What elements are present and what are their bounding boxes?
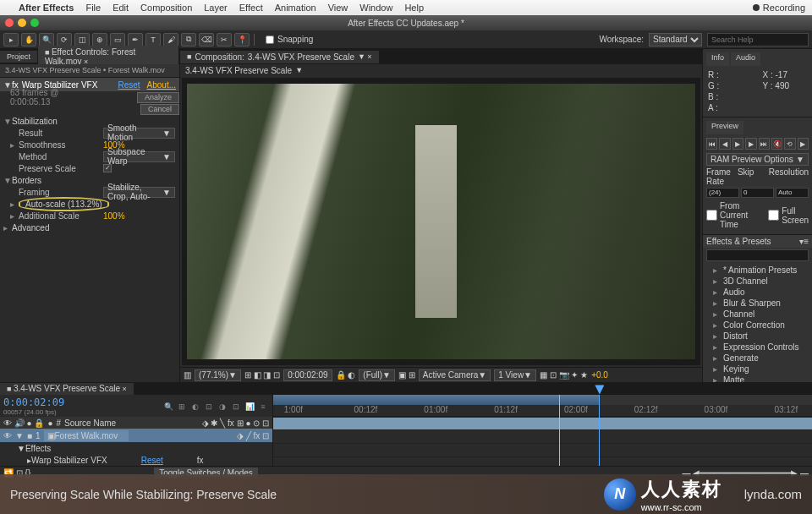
app-menu[interactable]: After Effects [19, 3, 74, 13]
video-frame [187, 84, 695, 359]
menu-composition[interactable]: Composition [140, 3, 192, 13]
exposure-value[interactable]: +0.0 [591, 370, 608, 380]
result-dropdown[interactable]: Smooth Motion▼ [103, 128, 175, 139]
preset-category[interactable]: ▸Keying [703, 364, 812, 375]
last-frame-button[interactable]: ⏭ [759, 138, 770, 150]
preset-category[interactable]: ▸Generate [703, 353, 812, 364]
prev-frame-button[interactable]: ◀ [719, 138, 730, 150]
work-area-marker[interactable] [559, 395, 560, 466]
effect-row[interactable]: ▸Warp Stabilizer VFXResetfx [0, 454, 272, 466]
traffic-lights[interactable] [5, 19, 39, 27]
layer-row[interactable]: 👁▼■1 ▣ Forest Walk.mov ⬗ ╱ fx ⊡ [0, 429, 272, 442]
play-button[interactable]: ▶ [732, 138, 743, 150]
layer-bar[interactable] [273, 418, 812, 429]
camera-tool[interactable]: ◫ [74, 33, 90, 46]
resolution-input[interactable]: Auto [776, 188, 809, 198]
info-tab[interactable]: Info [706, 52, 729, 66]
timeline-search-icons[interactable]: 🔍⊞◐⊡◑⊡📊≡ [162, 401, 269, 413]
next-frame-button[interactable]: ▶ [745, 138, 756, 150]
time-ruler[interactable]: 1:00f 00:12f 01:00f 01:12f 02:00f 02:12f… [273, 405, 812, 417]
text-tool[interactable]: T [145, 33, 161, 46]
ram-preview-button[interactable]: ▶ [798, 138, 809, 150]
analyze-button[interactable]: Analyze [137, 92, 179, 103]
mute-button[interactable]: 🔇 [771, 138, 782, 150]
eraser-tool[interactable]: ⌫ [199, 33, 214, 46]
preview-panel: Preview ⏮ ◀ ▶ ▶ ⏭ 🔇 ⟲ ▶ RAM Preview Opti… [703, 118, 812, 235]
menu-file[interactable]: File [85, 3, 101, 13]
audio-tab[interactable]: Audio [731, 52, 760, 66]
camera-dropdown[interactable]: Active Camera ▼ [419, 369, 491, 381]
search-help-input[interactable] [707, 33, 809, 46]
roto-tool[interactable]: ✂ [217, 33, 232, 46]
effects-search-input[interactable] [706, 249, 809, 261]
framerate-input[interactable]: (24) [706, 188, 739, 198]
tutorial-title: Preserving Scale While Stabilizing: Pres… [10, 488, 277, 501]
preset-category[interactable]: ▸Matte [703, 375, 812, 382]
preset-category[interactable]: ▸* Animation Presets [703, 265, 812, 276]
preset-category[interactable]: ▸Distort [703, 331, 812, 342]
effect-reset-link[interactable]: Reset [118, 80, 140, 90]
workspace-select[interactable]: Standard [649, 33, 702, 46]
autoscale-highlighted[interactable]: Auto-scale (113.2%) [19, 197, 109, 211]
snapping-checkbox[interactable] [266, 36, 274, 44]
recording-indicator: Recording [753, 3, 805, 13]
skip-input[interactable]: 0 [741, 188, 774, 198]
menu-view[interactable]: View [328, 3, 348, 13]
menu-layer[interactable]: Layer [204, 3, 228, 13]
clone-tool[interactable]: ⧉ [181, 33, 196, 46]
preset-category[interactable]: ▸3D Channel [703, 276, 812, 287]
zoom-tool[interactable]: 🔍 [39, 33, 54, 46]
timeline-reset-link[interactable]: Reset [141, 456, 163, 465]
window-titlebar: After Effects CC Updates.aep * [0, 15, 812, 30]
first-frame-button[interactable]: ⏮ [706, 138, 717, 150]
layer-name[interactable]: ▣ Forest Walk.mov [44, 430, 129, 441]
pen-tool[interactable]: ✒ [128, 33, 143, 46]
advanced-section[interactable]: ▸Advanced [0, 221, 179, 233]
effects-presets-tab[interactable]: Effects & Presets [706, 237, 771, 246]
preserve-scale-checkbox[interactable] [103, 164, 112, 172]
preset-category[interactable]: ▸Blur & Sharpen [703, 298, 812, 309]
additional-scale-value[interactable]: 100% [103, 211, 125, 221]
shape-tool[interactable]: ▭ [110, 33, 125, 46]
ram-preview-options[interactable]: RAM Preview Options▼ [706, 153, 809, 166]
menu-effect[interactable]: Effect [239, 3, 263, 13]
workspace-label: Workspace: [599, 35, 644, 44]
snapping-toggle[interactable]: Snapping [266, 35, 313, 44]
pan-behind-tool[interactable]: ⊕ [92, 33, 107, 46]
project-tab[interactable]: Project [0, 51, 38, 63]
puppet-tool[interactable]: 📍 [234, 33, 250, 46]
effects-twirl[interactable]: ▼Effects [0, 442, 272, 454]
loop-button[interactable]: ⟲ [784, 138, 795, 150]
window-title: After Effects CC Updates.aep * [348, 19, 464, 28]
composition-tab[interactable]: ■ Composition: 3.4-WS VFX Preserve Scale… [180, 51, 379, 63]
menu-help[interactable]: Help [404, 3, 424, 13]
preset-category[interactable]: ▸Channel [703, 309, 812, 320]
rotate-tool[interactable]: ⟳ [57, 33, 72, 46]
hand-tool[interactable]: ✋ [21, 33, 36, 46]
timeline-tracks[interactable]: 1:00f 00:12f 01:00f 01:12f 02:00f 02:12f… [273, 395, 812, 466]
time-display[interactable]: 0:00:02:09 [283, 369, 332, 381]
mac-menubar: After Effects File Edit Composition Laye… [0, 0, 812, 15]
timeline-tab[interactable]: ■ 3.4-WS VFX Preserve Scale × [0, 383, 134, 395]
effect-about-link[interactable]: About... [147, 80, 176, 90]
full-screen-checkbox[interactable] [768, 210, 779, 221]
method-dropdown[interactable]: Subspace Warp▼ [103, 151, 175, 162]
from-current-checkbox[interactable] [706, 210, 717, 221]
playhead[interactable] [599, 395, 600, 466]
composition-viewer[interactable] [182, 78, 700, 365]
menu-window[interactable]: Window [359, 3, 392, 13]
menu-animation[interactable]: Animation [275, 3, 316, 13]
menu-edit[interactable]: Edit [112, 3, 129, 13]
view-dropdown[interactable]: 1 View ▼ [494, 369, 536, 381]
framing-dropdown[interactable]: Stabilize, Crop, Auto-▼ [103, 187, 175, 198]
selection-tool[interactable]: ▸ [3, 33, 19, 46]
brush-tool[interactable]: 🖌 [163, 33, 178, 46]
preset-category[interactable]: ▸Expression Controls [703, 342, 812, 353]
preset-category[interactable]: ▸Color Correction [703, 320, 812, 331]
preset-category[interactable]: ▸Audio [703, 287, 812, 298]
timecode-display[interactable]: 0:00:02:09 [3, 396, 64, 408]
resolution-dropdown[interactable]: (Full) ▼ [359, 369, 395, 381]
preview-tab[interactable]: Preview [706, 121, 743, 134]
zoom-dropdown[interactable]: (77.1%) ▼ [195, 369, 241, 381]
cancel-button[interactable]: Cancel [140, 104, 179, 115]
